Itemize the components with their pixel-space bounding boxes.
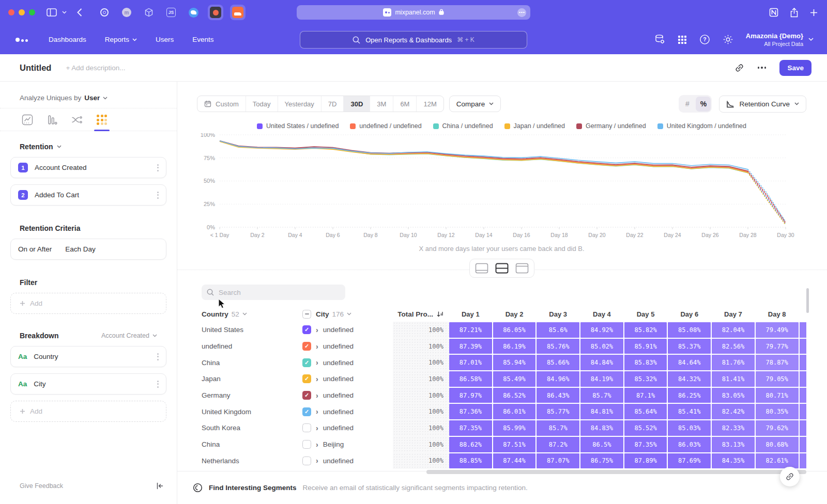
legend-item[interactable]: United Kingdom / undefined [657,122,746,130]
browser-extension-icon-5[interactable] [186,5,201,20]
retention-cell[interactable]: 85.66% [537,355,579,370]
retention-cell[interactable]: 85.03% [668,420,711,436]
day-column-header[interactable]: Day 7 [711,310,755,318]
retention-step-card[interactable]: 1Account Created [10,157,166,178]
expand-row-icon[interactable]: › [316,408,318,415]
total-column-header[interactable]: Total Pro... [393,310,449,318]
close-window-button[interactable] [8,9,14,15]
expand-row-icon[interactable]: › [316,326,318,334]
analyze-entity-selector[interactable]: User [84,94,100,102]
legend-item[interactable]: Japan / undefined [504,122,565,130]
segments-title[interactable]: Find Interesting Segments [209,484,297,492]
retention-cell[interactable]: 84.84% [580,355,623,370]
retention-cell[interactable]: 82.04% [712,322,755,338]
fullscreen-window-button[interactable] [29,9,35,15]
retention-cell[interactable]: 85.7% [580,388,623,403]
breakdown-card[interactable]: AaCountry [10,346,166,367]
criteria-interval-selector[interactable]: Each Day [65,245,96,253]
retention-cell[interactable]: 84.64% [668,355,711,370]
retention-cell[interactable]: 84.83% [580,420,623,436]
retention-chart-area[interactable]: 100%75%50%25%0%< 1 DayDay 2Day 4Day 6Day… [197,133,806,244]
retention-criteria-card[interactable]: On or After Each Day [10,239,166,260]
range-30d[interactable]: 30D [344,96,370,112]
retention-cell[interactable]: 79.49% [756,322,799,338]
retention-cell[interactable]: 87.2% [537,437,579,452]
day-column-header[interactable]: Day 5 [624,310,668,318]
retention-cell[interactable]: 86.58% [449,371,492,387]
nav-item-events[interactable]: Events [192,36,213,43]
retention-cell[interactable]: 87.36% [449,404,492,419]
retention-cell[interactable]: 80.68% [756,437,799,452]
copy-link-icon[interactable] [734,63,744,73]
retention-cell[interactable]: 79.05% [756,371,799,387]
retention-cell[interactable]: 85.49% [493,371,536,387]
tab-overview-chevron-icon[interactable] [62,11,67,14]
table-row[interactable]: Germany✓›undefined100%87.97%86.52%86.43%… [197,387,806,404]
minimize-window-button[interactable] [19,9,25,15]
share-icon[interactable] [790,8,799,18]
format-percent-button[interactable]: % [696,97,711,112]
retention-cell[interactable]: 79.62% [756,420,799,436]
browser-extension-icon-4[interactable]: JS [163,5,179,20]
retention-cell[interactable]: 84.19% [580,371,623,387]
retention-cell[interactable]: 85.6% [537,322,579,338]
expand-row-icon[interactable]: › [316,392,318,399]
tab-funnels[interactable] [45,114,59,126]
retention-cell[interactable]: 80.35% [756,404,799,419]
row-checkbox[interactable]: ✓ [302,358,311,367]
collapse-sidebar-icon[interactable] [156,482,163,492]
breakdown-scope-selector[interactable]: Account Created [101,332,157,339]
retention-chart[interactable]: 100%75%50%25%0%< 1 DayDay 2Day 4Day 6Day… [197,133,806,242]
retention-cell[interactable]: 85.77% [537,404,579,419]
add-filter-button[interactable]: Add [10,293,166,314]
project-selector[interactable]: Amazonia {Demo} All Project Data [746,32,814,46]
range-today[interactable]: Today [246,96,278,112]
retention-cell[interactable]: 82.61% [756,453,799,469]
mixpanel-logo-icon[interactable] [16,38,28,42]
compare-button[interactable]: Compare [449,96,501,112]
criteria-condition-selector[interactable]: On or After [18,245,52,253]
expand-row-icon[interactable]: › [316,359,318,366]
retention-cell[interactable]: 87.01% [449,355,492,370]
retention-cell[interactable]: 81.76% [712,355,755,370]
retention-cell[interactable]: 86.52% [493,388,536,403]
retention-cell[interactable]: 82.56% [712,339,755,354]
retention-cell[interactable]: 84.32% [668,371,711,387]
settings-gear-icon[interactable] [723,34,733,45]
chevron-down-icon[interactable] [57,145,62,148]
expand-row-icon[interactable]: › [316,424,318,432]
retention-cell[interactable]: 85.37% [668,339,711,354]
row-checkbox[interactable]: ✓ [302,407,311,416]
retention-cell[interactable]: 83.05% [712,388,755,403]
retention-cell[interactable]: 84.81% [580,404,623,419]
horizontal-scrollbar[interactable] [426,470,806,474]
retention-cell[interactable]: 86.01% [493,404,536,419]
save-button[interactable]: Save [779,60,811,76]
retention-step-card[interactable]: 2Added To Cart [10,184,166,206]
country-column-header[interactable]: Country 52 [197,310,301,318]
row-checkbox[interactable]: ✓ [302,325,311,334]
sidebar-toggle-icon[interactable] [47,8,57,17]
day-column-header[interactable]: Day 4 [580,310,624,318]
retention-cell[interactable]: 78.87% [756,355,799,370]
row-checkbox[interactable] [302,440,311,449]
retention-cell[interactable]: 82.33% [712,420,755,436]
retention-cell[interactable]: 84.92% [580,322,623,338]
row-checkbox[interactable]: ✓ [302,342,311,351]
retention-cell[interactable]: 86.25% [668,388,711,403]
view-table-only-button[interactable] [515,263,529,274]
add-breakdown-button[interactable]: Add [10,401,166,422]
table-row[interactable]: South Korea›undefined100%87.35%85.99%85.… [197,420,806,436]
day-column-header[interactable]: Day 1 [449,310,493,318]
retention-cell[interactable]: 85.83% [624,355,667,370]
more-options-icon[interactable] [157,192,159,199]
give-feedback-link[interactable]: Give Feedback [20,482,63,490]
report-title[interactable]: Untitled [20,63,51,73]
retention-cell[interactable]: 87.35% [449,420,492,436]
row-checkbox[interactable]: ✓ [302,391,311,400]
browser-extension-icon-6[interactable] [208,5,223,20]
retention-cell[interactable]: 88.62% [449,437,492,452]
retention-cell[interactable]: 85.99% [493,420,536,436]
day-column-header[interactable]: Day 6 [667,310,711,318]
vertical-scrollbar[interactable] [806,288,809,313]
